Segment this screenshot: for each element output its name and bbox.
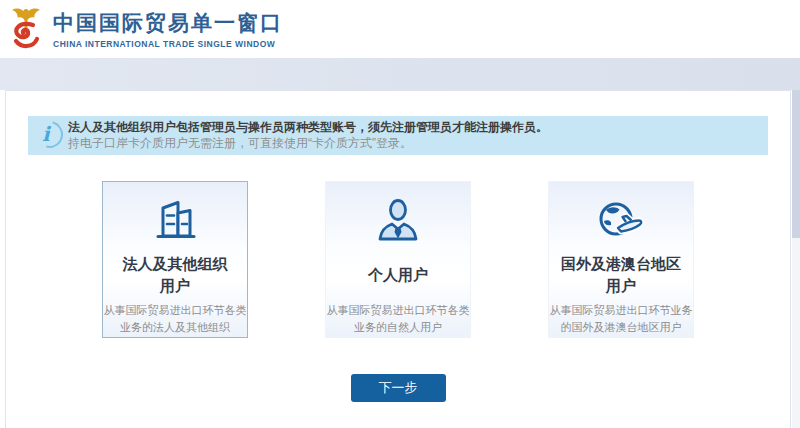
buildings-icon [103,195,247,245]
notice-bar: i 法人及其他组织用户包括管理员与操作员两种类型账号，须先注册管理员才能注册操作… [28,116,768,155]
user-type-title: 法人及其他组织 用户 [103,253,247,297]
next-step-button[interactable]: 下一步 [351,374,446,402]
customs-emblem-icon [8,5,44,53]
scrollbar-thumb[interactable] [792,90,800,238]
user-type-description: 从事国际贸易进出口环节各类 业务的法人及其他组织 [103,302,247,336]
user-type-title: 国外及港澳台地区 用户 [549,253,693,297]
app-title-zh: 中国国际贸易单一窗口 [53,10,283,36]
user-type-title: 个人用户 [326,253,470,297]
user-type-description: 从事国际贸易进出口环节业务 的国外及港澳台地区用户 [549,302,693,336]
globe-plane-icon [549,195,693,245]
user-type-cards: 法人及其他组织 用户 从事国际贸易进出口环节各类 业务的法人及其他组织 个人用户 [6,181,790,338]
person-icon [326,195,470,245]
user-type-card-overseas[interactable]: 国外及港澳台地区 用户 从事国际贸易进出口环节业务 的国外及港澳台地区用户 [548,181,694,338]
main-panel: i 法人及其他组织用户包括管理员与操作员两种类型账号，须先注册管理员才能注册操作… [5,90,791,428]
app-header: 中国国际贸易单一窗口 CHINA INTERNATIONAL TRADE SIN… [0,0,800,58]
user-type-description: 从事国际贸易进出口环节各类 业务的自然人用户 [326,302,470,336]
app-title-en: CHINA INTERNATIONAL TRADE SINGLE WINDOW [53,39,283,49]
user-type-card-legal-person[interactable]: 法人及其他组织 用户 从事国际贸易进出口环节各类 业务的法人及其他组织 [102,181,248,338]
notice-line-1: 法人及其他组织用户包括管理员与操作员两种类型账号，须先注册管理员才能注册操作员。 [68,120,758,135]
info-icon: i [36,121,63,148]
scrollbar-track[interactable] [792,90,800,428]
user-type-card-individual[interactable]: 个人用户 从事国际贸易进出口环节各类 业务的自然人用户 [325,181,471,338]
notice-line-2: 持电子口岸卡介质用户无需注册，可直接使用“卡介质方式”登录。 [68,136,758,151]
header-band [0,58,800,90]
